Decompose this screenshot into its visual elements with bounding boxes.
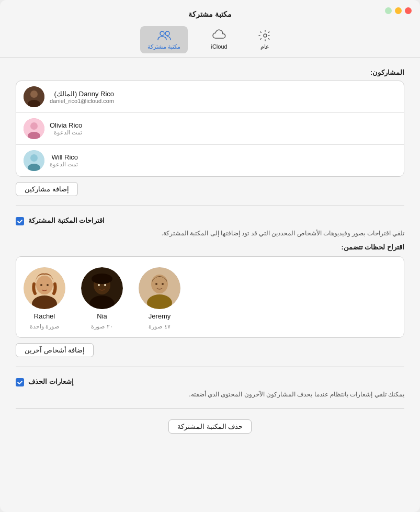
avatar-nia <box>81 267 123 309</box>
delete-notifications-label: إشعارات الحذف <box>28 378 74 385</box>
add-participants-button[interactable]: إضافة مشاركين <box>16 182 78 196</box>
shared-library-icon <box>157 29 172 42</box>
delete-notifications-description: يمكنك تلقي إشعارات بانتظام عندما يحذف ال… <box>16 390 404 399</box>
tab-general[interactable]: عام <box>251 26 280 53</box>
suggested-people-list: Jeremy ٤٧ صورة <box>16 256 404 338</box>
svg-point-13 <box>151 275 168 293</box>
section-divider-1 <box>16 206 404 206</box>
maximize-button[interactable] <box>385 7 392 14</box>
svg-point-7 <box>30 122 38 130</box>
participant-status-will: تمت الدعوة <box>50 161 78 168</box>
svg-point-27 <box>47 284 49 286</box>
add-people-button[interactable]: إضافة أشخاص آخرين <box>16 343 94 357</box>
minimize-button[interactable] <box>395 7 402 14</box>
svg-point-16 <box>162 283 164 285</box>
svg-point-20 <box>92 274 112 284</box>
avatar-jeremy <box>139 267 180 309</box>
suggestions-section: اقتراحات المكتبة المشتركة تلقي اقتراحات … <box>16 217 404 357</box>
traffic-lights <box>385 7 412 14</box>
jeremy-avatar-img <box>139 267 180 309</box>
participant-name-danny: Danny Rico (المالك) <box>50 90 114 98</box>
icloud-icon <box>212 29 226 42</box>
svg-point-2 <box>264 34 267 37</box>
participant-name-will: Will Rico <box>50 153 78 161</box>
svg-point-24 <box>36 276 53 294</box>
participant-info-will: Will Rico تمت الدعوة <box>50 153 78 168</box>
suggestions-description: تلقي اقتراحات بصور وفيديوهات الأشخاص الم… <box>16 229 404 238</box>
add-participants-row: إضافة مشاركين <box>16 182 404 196</box>
main-window: مكتبة مشتركة مكتبة مشتركة iCloud <box>0 0 420 512</box>
svg-point-15 <box>155 283 157 285</box>
suggestions-checkbox[interactable] <box>16 217 24 225</box>
nia-count: ٢٠ صورة <box>91 323 112 330</box>
suggest-moments-label: اقتراح لحظات تتضمن: <box>16 243 404 251</box>
rachel-name: Rachel <box>34 312 55 320</box>
avatar-rachel <box>24 267 65 309</box>
delete-notifications-checkbox[interactable] <box>16 378 24 386</box>
window-title: مكتبة مشتركة <box>188 10 232 18</box>
svg-point-1 <box>165 31 169 36</box>
participant-info-danny: Danny Rico (المالك) daniel_rico1@icloud.… <box>50 90 114 104</box>
participants-label: المشاركون: <box>16 69 404 76</box>
avatar-will <box>24 150 44 171</box>
add-people-row: إضافة أشخاص آخرين <box>16 343 404 357</box>
participant-status-olivia: تمت الدعوة <box>50 129 82 136</box>
tab-icloud[interactable]: iCloud <box>203 26 234 53</box>
close-button[interactable] <box>405 7 412 14</box>
list-item[interactable]: Jeremy ٤٧ صورة <box>139 267 180 330</box>
content-area: المشاركون: Danny Rico (المالك) daniel_ri… <box>0 58 420 512</box>
svg-point-0 <box>160 31 164 36</box>
delete-notifications-checkbox-row: إشعارات الحذف <box>16 378 404 386</box>
table-row[interactable]: Will Rico تمت الدعوة <box>16 145 404 176</box>
table-row[interactable]: Danny Rico (المالك) daniel_rico1@icloud.… <box>16 81 404 113</box>
delete-library-button[interactable]: حذف المكتبة المشتركة <box>168 419 252 434</box>
participants-list: Danny Rico (المالك) daniel_rico1@icloud.… <box>16 81 404 177</box>
delete-library-row: حذف المكتبة المشتركة <box>16 419 404 439</box>
participant-name-olivia: Olivia Rico <box>50 121 82 129</box>
suggestions-checkbox-row: اقتراحات المكتبة المشتركة <box>16 217 404 225</box>
rachel-avatar-img <box>24 267 65 309</box>
checkmark-icon-2 <box>17 379 23 385</box>
list-item[interactable]: Nia ٢٠ صورة <box>81 267 123 330</box>
list-item[interactable]: Rachel صورة واحدة <box>24 267 65 330</box>
rachel-count: صورة واحدة <box>30 323 59 330</box>
titlebar: مكتبة مشتركة <box>0 0 420 21</box>
participant-info-olivia: Olivia Rico تمت الدعوة <box>50 121 82 136</box>
section-divider-2 <box>16 367 404 367</box>
svg-point-21 <box>98 284 100 286</box>
svg-point-26 <box>40 284 42 286</box>
svg-point-22 <box>104 284 106 286</box>
participant-email-danny: daniel_rico1@icloud.com <box>50 98 114 104</box>
avatar-olivia <box>24 118 44 139</box>
avatar-danny <box>24 86 44 107</box>
section-divider-3 <box>16 408 404 409</box>
delete-notifications-section: إشعارات الحذف يمكنك تلقي إشعارات بانتظام… <box>16 378 404 399</box>
suggestions-label: اقتراحات المكتبة المشتركة <box>28 217 105 224</box>
jeremy-name: Jeremy <box>149 312 171 320</box>
tab-shared-library-label: مكتبة مشتركة <box>147 43 180 50</box>
tab-general-label: عام <box>260 43 269 50</box>
tab-shared-library[interactable]: مكتبة مشتركة <box>140 26 188 53</box>
svg-point-4 <box>30 90 38 98</box>
svg-point-10 <box>30 154 38 162</box>
nia-name: Nia <box>97 312 107 320</box>
nia-avatar-img <box>81 267 123 309</box>
jeremy-count: ٤٧ صورة <box>149 323 170 330</box>
checkmark-icon <box>17 218 23 224</box>
participants-section: المشاركون: Danny Rico (المالك) daniel_ri… <box>16 69 404 196</box>
tab-icloud-label: iCloud <box>211 43 227 50</box>
table-row[interactable]: Olivia Rico تمت الدعوة <box>16 113 404 145</box>
general-icon <box>258 29 273 42</box>
toolbar: مكتبة مشتركة iCloud عام <box>0 21 420 58</box>
